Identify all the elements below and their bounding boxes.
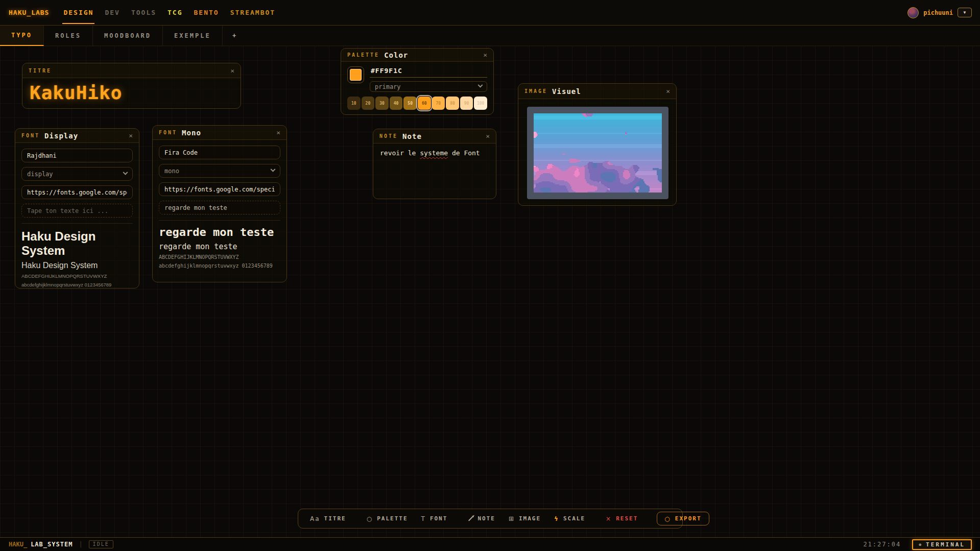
panel-palette-header[interactable]: PALETTE Color ×: [341, 49, 493, 62]
toolbar-export-button[interactable]: ○ EXPORT: [657, 512, 709, 525]
shade-swatch-60-selected[interactable]: 60: [418, 97, 431, 110]
close-icon[interactable]: ×: [483, 52, 487, 58]
note-text-area[interactable]: revoir le systeme de Font: [373, 143, 496, 199]
panel-title: Color: [384, 51, 408, 59]
font-preview-medium: Haku Design System: [21, 261, 133, 270]
toolbar-button-label: IMAGE: [519, 515, 541, 522]
palette-body: #FF9F1C primary 10 20 30 40 50 60 70 80 …: [341, 62, 493, 110]
font-category-value: mono: [164, 167, 179, 175]
tab-roles[interactable]: ROLES: [44, 26, 93, 46]
panel-palette: PALETTE Color × #FF9F1C primary 10 20 30…: [341, 48, 494, 115]
toolbar-button-label: FONT: [430, 515, 448, 522]
nav-item-dev[interactable]: DEV: [105, 0, 119, 26]
terminal-button-label: TERMINAL: [926, 541, 965, 548]
shade-label: 80: [450, 101, 455, 106]
font-category-select[interactable]: mono: [159, 164, 280, 178]
tab-exemple[interactable]: EXEMPLE: [163, 26, 223, 46]
title-text-value[interactable]: KakuHiko: [22, 78, 241, 103]
shade-label: 10: [351, 101, 356, 106]
circle-icon: ○: [367, 515, 373, 522]
sample-text-input[interactable]: [21, 204, 133, 218]
terminal-button[interactable]: ● TERMINAL: [912, 539, 972, 550]
panel-title: Mono: [182, 129, 201, 137]
nav-item-tcg[interactable]: TCG: [168, 0, 182, 26]
shade-swatch-20[interactable]: 20: [362, 97, 375, 110]
panel-image-header[interactable]: IMAGE Visuel ×: [518, 84, 676, 99]
tab-add-button[interactable]: +: [223, 26, 246, 46]
font-url-input[interactable]: [159, 182, 280, 196]
status-dot-icon: ●: [919, 542, 921, 547]
shade-swatch-70[interactable]: 70: [432, 97, 445, 110]
nav-item-streambot[interactable]: STREAMBOT: [230, 0, 275, 26]
shade-label: 40: [394, 101, 399, 106]
status-clock: 21:27:04: [863, 541, 901, 548]
font-name-input[interactable]: [21, 149, 133, 162]
caret-down-icon: ▼: [964, 10, 966, 15]
panel-font-mono: FONT Mono × mono regarde mon teste regar…: [152, 125, 287, 282]
toolbar-button-label: PALETTE: [377, 515, 408, 522]
user-name: pichuuni: [923, 9, 953, 16]
tab-bar: TYPO ROLES MOODBOARD EXEMPLE +: [0, 26, 980, 46]
shade-label: 30: [379, 101, 385, 106]
status-divider: |: [79, 541, 82, 548]
bottom-toolbar: Aa TITRE ○ PALETTE T FONT NOTE ⊞ IMAGE ϟ…: [298, 509, 683, 529]
font-preview-large: Haku Design System: [21, 229, 133, 257]
toolbar-image-button[interactable]: ⊞ IMAGE: [502, 509, 547, 528]
font-preview-uppercase: ABCDEFGHIJKLMNOPQRSTUVWXYZ: [159, 254, 280, 260]
nav-item-tools[interactable]: TOOLS: [131, 0, 156, 26]
font-url-input[interactable]: [21, 185, 133, 199]
tab-typo[interactable]: TYPO: [0, 26, 44, 46]
image-frame: [527, 107, 668, 199]
user-avatar[interactable]: [907, 7, 919, 18]
toolbar-scale-button[interactable]: ϟ SCALE: [547, 509, 592, 528]
status-idle-badge: IDLE: [89, 540, 113, 548]
panel-font-display-header[interactable]: FONT Display ×: [15, 129, 139, 143]
close-icon[interactable]: ×: [276, 129, 280, 136]
chevron-down-icon: [478, 83, 483, 88]
pencil-icon: [468, 516, 473, 521]
toolbar-palette-button[interactable]: ○ PALETTE: [360, 509, 415, 528]
shade-swatch-90[interactable]: 90: [460, 97, 473, 110]
font-preview-lowercase: abcdefghijklmnopqrstuvwxyz 0123456789: [159, 263, 280, 269]
close-icon[interactable]: ×: [666, 88, 670, 94]
font-name-input[interactable]: [159, 146, 280, 159]
app-logo[interactable]: HAKU_LABS: [9, 9, 49, 16]
close-icon[interactable]: ×: [129, 132, 133, 139]
shade-label: 90: [464, 101, 469, 106]
lightning-icon: ϟ: [554, 515, 559, 522]
shade-swatch-30[interactable]: 30: [375, 97, 389, 110]
circle-icon: ○: [664, 515, 671, 522]
toolbar-note-button[interactable]: NOTE: [461, 509, 502, 528]
panel-font-mono-header[interactable]: FONT Mono ×: [153, 126, 286, 140]
hex-color-input[interactable]: #FF9F1C: [370, 66, 487, 78]
user-dropdown-button[interactable]: ▼: [958, 8, 972, 17]
shade-swatch-100[interactable]: 100: [474, 97, 487, 110]
divider: [21, 223, 133, 224]
shade-swatch-40[interactable]: 40: [390, 97, 403, 110]
sample-text-input[interactable]: [159, 201, 280, 214]
shade-swatch-50[interactable]: 50: [403, 97, 417, 110]
toolbar-reset-button[interactable]: × RESET: [599, 509, 644, 528]
color-picker-swatch[interactable]: [347, 66, 364, 83]
toolbar-button-label: SCALE: [563, 515, 585, 522]
close-icon[interactable]: ×: [486, 133, 490, 139]
shade-swatch-80[interactable]: 80: [446, 97, 459, 110]
panel-title: Note: [402, 132, 422, 140]
tab-moodboard[interactable]: MOODBOARD: [93, 26, 163, 46]
panel-type-badge: TITRE: [29, 68, 52, 74]
toolbar-titre-button[interactable]: Aa TITRE: [303, 509, 353, 528]
font-category-select[interactable]: display: [21, 167, 133, 181]
close-icon[interactable]: ×: [230, 67, 234, 74]
shade-label: 50: [408, 101, 413, 106]
chevron-down-icon: [271, 167, 276, 172]
nav-item-bento[interactable]: BENTO: [194, 0, 219, 26]
status-brand: HAKU_: [9, 541, 27, 548]
font-preview-uppercase: ABCDEFGHIJKLMNOPQRSTUVWXYZ: [21, 273, 133, 279]
panel-font-display: FONT Display × display Haku Design Syste…: [15, 128, 139, 289]
nav-item-design[interactable]: DESIGN: [63, 0, 93, 26]
color-role-select[interactable]: primary: [370, 81, 487, 92]
panel-note-header[interactable]: NOTE Note ×: [373, 129, 496, 143]
toolbar-font-button[interactable]: T FONT: [415, 509, 455, 528]
shade-swatch-10[interactable]: 10: [347, 97, 361, 110]
panel-titre-header[interactable]: TITRE ×: [22, 63, 241, 78]
